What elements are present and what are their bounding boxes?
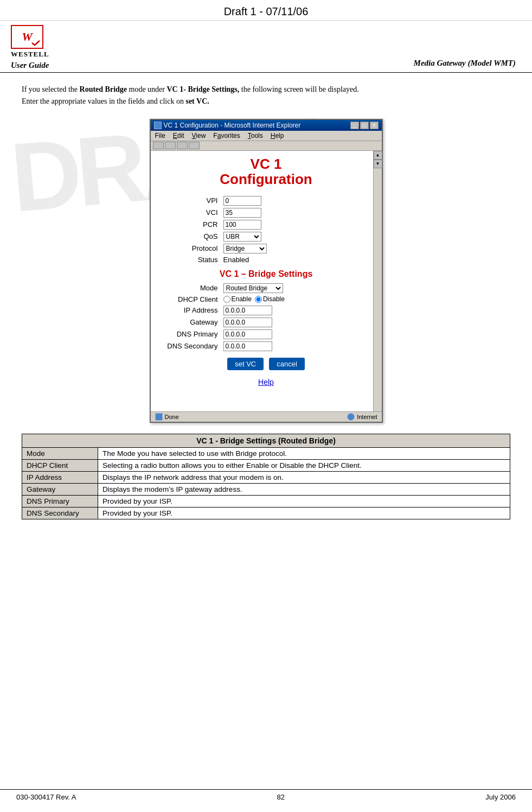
- dhcp-enable-radio[interactable]: [223, 296, 230, 303]
- select-protocol[interactable]: Bridge: [223, 244, 267, 253]
- status-left: Done: [155, 413, 179, 421]
- maximize-button[interactable]: □: [360, 122, 369, 129]
- toolbar-btn-3[interactable]: [177, 142, 188, 149]
- table-cell-field: DNS Primary: [22, 495, 98, 507]
- form-buttons: set VC cancel: [162, 358, 371, 370]
- input-vci[interactable]: [223, 208, 261, 218]
- browser-menubar: File Edit View Favorites Tools Help: [151, 131, 382, 141]
- table-cell-description: Provided by your ISP.: [98, 507, 510, 519]
- menu-view[interactable]: View: [192, 132, 206, 139]
- bridge-settings-title: VC 1 – Bridge Settings: [162, 269, 371, 279]
- westell-label: WESTELL: [11, 50, 49, 59]
- footer-center: 82: [76, 793, 485, 801]
- table-cell-description: Displays the IP network address that you…: [98, 471, 510, 483]
- status-internet-icon: [347, 413, 355, 421]
- table-header: VC 1 - Bridge Settings (Routed Bridge): [22, 434, 510, 447]
- menu-help[interactable]: Help: [271, 132, 284, 139]
- menu-tools[interactable]: Tools: [248, 132, 263, 139]
- menu-edit[interactable]: Edit: [173, 132, 184, 139]
- close-button[interactable]: ✕: [370, 122, 379, 129]
- form-row-dns-secondary: DNS Secondary: [162, 340, 371, 352]
- label-ipaddress: IP Address: [162, 304, 221, 316]
- intro-bold-vc1: VC 1- Bridge Settings,: [167, 85, 240, 93]
- label-dns-primary: DNS Primary: [162, 328, 221, 340]
- label-gateway: Gateway: [162, 316, 221, 328]
- browser-statusbar: Done Internet: [151, 411, 382, 422]
- label-vci: VCI: [162, 207, 221, 219]
- toolbar-btn-4[interactable]: [189, 142, 200, 149]
- dhcp-disable-radio[interactable]: [255, 296, 262, 303]
- input-pcr[interactable]: [223, 220, 261, 230]
- menu-file[interactable]: File: [155, 132, 165, 139]
- label-pcr: PCR: [162, 219, 221, 231]
- browser-title-text: VC 1 Configuration - Microsoft Internet …: [164, 122, 350, 129]
- browser-controls: _ □ ✕: [350, 122, 379, 129]
- intro-bold-routed-bridge: Routed Bridge: [80, 85, 127, 93]
- help-link[interactable]: Help: [162, 378, 371, 386]
- vc-title-line1: VC 1: [251, 156, 282, 172]
- form-row-vpi: VPI: [162, 195, 371, 207]
- form-row-status: Status Enabled: [162, 255, 371, 265]
- input-vpi[interactable]: [223, 196, 261, 206]
- table-cell-field: DHCP Client: [22, 459, 98, 471]
- table-row: DNS PrimaryProvided by your ISP.: [22, 495, 510, 507]
- form-row-gateway: Gateway: [162, 316, 371, 328]
- vc-config-title: VC 1 Configuration: [162, 156, 371, 187]
- main-content: If you selected the Routed Bridge mode u…: [0, 73, 532, 541]
- table-cell-description: Displays the modem’s IP gateway address.: [98, 483, 510, 495]
- table-cell-field: DNS Secondary: [22, 507, 98, 519]
- dhcp-disable-option: Disable: [255, 295, 285, 303]
- table-row: IP AddressDisplays the IP network addres…: [22, 471, 510, 483]
- scroll-up-arrow[interactable]: ▲: [374, 151, 382, 160]
- minimize-button[interactable]: _: [350, 122, 359, 129]
- cancel-button[interactable]: cancel: [269, 358, 305, 370]
- form-row-pcr: PCR: [162, 219, 371, 231]
- label-qos: QoS: [162, 231, 221, 243]
- input-ipaddress[interactable]: [223, 306, 272, 315]
- form-row-mode: Mode Routed Bridge: [162, 282, 371, 294]
- table-row: ModeThe Mode you have selected to use wi…: [22, 447, 510, 459]
- form-row-qos: QoS UBR: [162, 231, 371, 243]
- draft-title: Draft 1 - 07/11/06: [0, 0, 532, 21]
- table-cell-description: Provided by your ISP.: [98, 495, 510, 507]
- form-row-dns-primary: DNS Primary: [162, 328, 371, 340]
- table-row: DHCP ClientSelecting a radio button allo…: [22, 459, 510, 471]
- intro-text-before: If you selected the: [22, 85, 80, 93]
- header: W WESTELL User Guide Media Gateway (Mode…: [0, 21, 532, 73]
- browser-content: VC 1 Configuration VPI VCI PCR: [151, 151, 382, 411]
- browser-toolbar: [151, 141, 382, 151]
- table-cell-field: IP Address: [22, 471, 98, 483]
- form-row-ipaddress: IP Address: [162, 304, 371, 316]
- table-cell-description: The Mode you have selected to use with B…: [98, 447, 510, 459]
- status-internet-text: Internet: [357, 414, 377, 420]
- form-row-vci: VCI: [162, 207, 371, 219]
- input-dns-primary[interactable]: [223, 329, 272, 339]
- label-status: Status: [162, 255, 221, 265]
- intro-text-mode: mode under: [127, 85, 166, 93]
- logo-area: W WESTELL User Guide: [11, 25, 49, 70]
- scroll-down-arrow[interactable]: ▼: [374, 160, 382, 168]
- browser-title-icon: [154, 122, 162, 129]
- table-cell-field: Mode: [22, 447, 98, 459]
- status-done-text: Done: [165, 414, 179, 420]
- table-cell-description: Selecting a radio button allows you to e…: [98, 459, 510, 471]
- toolbar-btn-2[interactable]: [165, 142, 176, 149]
- media-gateway-label: Media Gateway (Model WMT): [414, 59, 516, 70]
- label-protocol: Protocol: [162, 243, 221, 255]
- toolbar-btn-1[interactable]: [153, 142, 164, 149]
- dhcp-radio-group: Enable Disable: [223, 295, 369, 303]
- dhcp-enable-option: Enable: [223, 295, 252, 303]
- logo-box: W: [11, 25, 43, 49]
- dhcp-enable-label: Enable: [232, 295, 252, 303]
- input-dns-secondary[interactable]: [223, 341, 272, 351]
- form-row-dhcp: DHCP Client Enable Disable: [162, 294, 371, 304]
- input-gateway[interactable]: [223, 318, 272, 327]
- set-vc-button[interactable]: set VC: [227, 358, 264, 370]
- dhcp-disable-label: Disable: [263, 295, 285, 303]
- select-qos[interactable]: UBR: [223, 232, 261, 242]
- footer-left: 030-300417 Rev. A: [16, 793, 76, 801]
- select-mode[interactable]: Routed Bridge: [223, 283, 283, 293]
- browser-scrollbar[interactable]: ▲ ▼: [373, 151, 382, 411]
- menu-favorites[interactable]: Favorites: [213, 132, 240, 139]
- table-cell-field: Gateway: [22, 483, 98, 495]
